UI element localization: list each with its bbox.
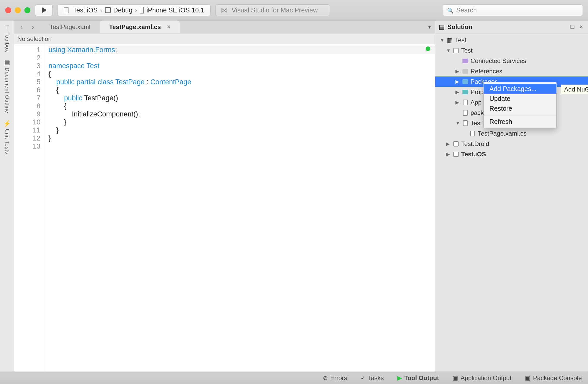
minimize-window-button[interactable] — [15, 7, 21, 13]
disclosure-icon[interactable]: ▼ — [446, 48, 451, 53]
search-icon — [447, 6, 454, 14]
tab-overflow-button[interactable]: ▾ — [424, 20, 435, 33]
menu-add-packages[interactable]: Add Packages... — [484, 84, 556, 94]
label: Application Output — [461, 374, 511, 382]
play-icon — [42, 7, 47, 13]
breadcrumb[interactable]: No selection — [14, 33, 435, 44]
node-label: TestPage.xaml.cs — [478, 130, 527, 137]
menu-label: Refresh — [489, 118, 512, 125]
panel-title: Solution — [447, 23, 472, 31]
tree-connected-services[interactable]: Connected Services — [435, 56, 588, 66]
tooltip-text: Add NuGe — [564, 86, 588, 93]
build-status-indicator — [426, 46, 430, 51]
tree-references[interactable]: ▶ References — [435, 66, 588, 76]
tasks-pad-button[interactable]: ✓ Tasks — [361, 374, 384, 382]
tree-solution-root[interactable]: ▼ ▦ Test — [435, 35, 588, 45]
project-icon — [64, 7, 68, 13]
node-label: App — [471, 99, 482, 106]
separator: › — [135, 6, 137, 14]
node-label: Test.iOS — [461, 151, 486, 158]
device-icon — [140, 7, 144, 13]
menu-restore[interactable]: Restore — [484, 103, 556, 113]
status-text: Visual Studio for Mac Preview — [232, 6, 318, 14]
outline-icon: ▤ — [4, 59, 10, 66]
node-label: Connected Services — [471, 57, 526, 65]
node-label: Test.Droid — [461, 140, 489, 148]
solution-panel-header: ▤ Solution ☐ × — [435, 20, 588, 33]
node-label: Prop — [471, 88, 484, 96]
toolbox-icon: T — [5, 24, 9, 31]
file-icon — [469, 130, 476, 137]
rail-label: Unit Tests — [4, 129, 10, 154]
label: Package Console — [533, 374, 582, 382]
line-number-gutter: 12345678910111213 — [14, 44, 44, 372]
tree-project-test[interactable]: ▼ Test — [435, 45, 588, 56]
disclosure-icon[interactable]: ▼ — [440, 38, 445, 43]
nav-back-button[interactable]: ‹ — [17, 22, 26, 32]
package-console-pad-button[interactable]: ▣ Package Console — [525, 374, 582, 382]
close-window-button[interactable] — [5, 7, 11, 13]
top-toolbar: Test.iOS › Debug › iPhone SE iOS 10.1 ⋈ … — [0, 0, 588, 20]
vs-icon: ⋈ — [221, 6, 228, 15]
build-configuration-selector[interactable]: Test.iOS › Debug › iPhone SE iOS 10.1 — [57, 4, 211, 16]
disclosure-icon[interactable]: ▶ — [455, 79, 460, 85]
folder-icon — [462, 58, 468, 64]
tab-testpage-xaml[interactable]: TestPage.xaml — [40, 20, 100, 33]
node-label: References — [471, 68, 502, 75]
disclosure-icon[interactable]: ▶ — [455, 100, 460, 105]
file-icon — [462, 120, 468, 126]
run-button[interactable] — [35, 4, 53, 16]
menu-refresh[interactable]: Refresh — [484, 117, 556, 127]
status-bar: ⋈ Visual Studio for Mac Preview — [215, 4, 330, 16]
config-icon — [105, 7, 111, 13]
packages-context-menu: Add Packages... Update Restore Refresh — [483, 82, 557, 128]
tree-project-ios[interactable]: ▶ Test.iOS — [435, 149, 588, 159]
node-label: Test — [461, 47, 473, 54]
build-project: Test.iOS — [73, 6, 98, 14]
folder-icon — [462, 89, 468, 95]
zoom-window-button[interactable] — [24, 7, 30, 13]
panel-icon: ▤ — [439, 23, 445, 31]
disclosure-icon[interactable]: ▶ — [455, 68, 460, 74]
document-outline-rail-item[interactable]: ▤ Document Outline — [4, 59, 10, 113]
disclosure-icon[interactable]: ▼ — [455, 121, 460, 126]
build-device: iPhone SE iOS 10.1 — [147, 6, 204, 14]
nav-forward-button[interactable]: › — [28, 22, 38, 32]
code-editor[interactable]: 12345678910111213 using Xamarin.Forms; n… — [14, 44, 435, 372]
panel-maximize-button[interactable]: ☐ — [569, 24, 576, 30]
crumb-text: No selection — [17, 35, 52, 43]
build-config: Debug — [113, 6, 133, 14]
solution-panel: ▤ Solution ☐ × ▼ ▦ Test ▼ Test Connected… — [435, 20, 588, 372]
file-icon — [462, 110, 468, 116]
unit-tests-rail-item[interactable]: ⚡ Unit Tests — [3, 120, 11, 154]
errors-icon: ⊘ — [323, 375, 328, 381]
tab-label: TestPage.xaml.cs — [109, 23, 161, 31]
tests-icon: ⚡ — [3, 120, 11, 127]
menu-separator — [484, 115, 556, 115]
toolbox-rail-item[interactable]: T Toolbox — [4, 24, 10, 52]
disclosure-icon[interactable]: ▶ — [446, 151, 451, 157]
search-placeholder: Search — [456, 6, 477, 14]
tree-project-droid[interactable]: ▶ Test.Droid — [435, 139, 588, 149]
tab-testpage-xaml-cs[interactable]: TestPage.xaml.cs × — [100, 20, 180, 33]
app-output-icon: ▣ — [453, 375, 458, 381]
tool-output-pad-button[interactable]: ▶ Tool Output — [397, 374, 439, 382]
label: Tasks — [368, 374, 384, 382]
bottom-status-bar: ⊘ Errors ✓ Tasks ▶ Tool Output ▣ Applica… — [0, 372, 588, 384]
disclosure-icon[interactable]: ▶ — [446, 141, 451, 147]
code-content[interactable]: using Xamarin.Forms; namespace Test{ pub… — [44, 44, 435, 372]
rail-label: Toolbox — [4, 32, 10, 52]
solution-icon: ▦ — [447, 37, 453, 43]
project-icon — [453, 141, 459, 147]
menu-label: Restore — [489, 105, 512, 112]
app-output-pad-button[interactable]: ▣ Application Output — [453, 374, 511, 382]
label: Tool Output — [404, 374, 439, 382]
menu-update[interactable]: Update — [484, 94, 556, 103]
tool-output-icon: ▶ — [397, 375, 402, 381]
global-search[interactable]: Search — [443, 4, 583, 16]
tree-testpage-cs[interactable]: TestPage.xaml.cs — [435, 128, 588, 139]
disclosure-icon[interactable]: ▶ — [455, 89, 460, 95]
errors-pad-button[interactable]: ⊘ Errors — [323, 374, 347, 382]
close-tab-icon[interactable]: × — [167, 24, 170, 30]
panel-close-button[interactable]: × — [578, 24, 584, 30]
